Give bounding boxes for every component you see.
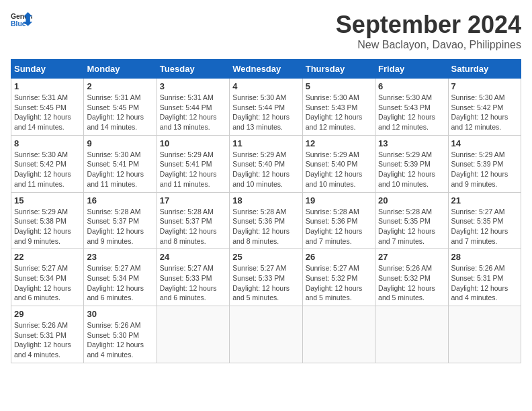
table-row [157, 306, 229, 363]
table-row: 23 Sunrise: 5:27 AM Sunset: 5:34 PM Dayl… [84, 249, 157, 306]
month-title: September 2024 [336, 11, 521, 39]
table-row: 25 Sunrise: 5:27 AM Sunset: 5:33 PM Dayl… [230, 249, 302, 306]
col-tuesday: Tuesday [157, 60, 229, 79]
calendar-row: 29 Sunrise: 5:26 AM Sunset: 5:31 PM Dayl… [11, 306, 521, 363]
day-info: Sunrise: 5:30 AM Sunset: 5:43 PM Dayligh… [378, 93, 445, 132]
table-row: 2 Sunrise: 5:31 AM Sunset: 5:45 PM Dayli… [84, 79, 157, 136]
day-number: 26 [306, 252, 372, 262]
table-row: 4 Sunrise: 5:30 AM Sunset: 5:44 PM Dayli… [230, 79, 302, 136]
day-info: Sunrise: 5:27 AM Sunset: 5:35 PM Dayligh… [451, 207, 518, 246]
day-info: Sunrise: 5:31 AM Sunset: 5:45 PM Dayligh… [14, 93, 81, 132]
title-area: September 2024 New Baclayon, Davao, Phil… [336, 11, 521, 51]
day-info: Sunrise: 5:29 AM Sunset: 5:41 PM Dayligh… [160, 150, 226, 189]
day-number: 15 [14, 195, 81, 205]
table-row: 7 Sunrise: 5:30 AM Sunset: 5:42 PM Dayli… [448, 79, 521, 136]
day-info: Sunrise: 5:27 AM Sunset: 5:33 PM Dayligh… [160, 263, 226, 303]
table-row: 22 Sunrise: 5:27 AM Sunset: 5:34 PM Dayl… [11, 249, 84, 306]
day-number: 1 [14, 81, 81, 91]
page-header: General Blue September 2024 New Baclayon… [11, 11, 521, 51]
col-saturday: Saturday [448, 60, 521, 79]
table-row [375, 306, 448, 363]
day-info: Sunrise: 5:29 AM Sunset: 5:38 PM Dayligh… [14, 207, 81, 246]
day-number: 17 [160, 195, 226, 205]
day-number: 28 [451, 252, 518, 262]
day-info: Sunrise: 5:26 AM Sunset: 5:32 PM Dayligh… [378, 263, 445, 303]
table-row: 12 Sunrise: 5:29 AM Sunset: 5:40 PM Dayl… [302, 135, 375, 192]
table-row: 24 Sunrise: 5:27 AM Sunset: 5:33 PM Dayl… [157, 249, 229, 306]
day-info: Sunrise: 5:30 AM Sunset: 5:44 PM Dayligh… [232, 93, 299, 132]
day-number: 6 [378, 81, 445, 91]
calendar-table: Sunday Monday Tuesday Wednesday Thursday… [11, 59, 521, 363]
day-number: 23 [87, 252, 153, 262]
location: New Baclayon, Davao, Philippines [336, 39, 521, 51]
table-row: 29 Sunrise: 5:26 AM Sunset: 5:31 PM Dayl… [11, 306, 84, 363]
day-number: 3 [160, 81, 226, 91]
day-info: Sunrise: 5:28 AM Sunset: 5:37 PM Dayligh… [87, 207, 153, 246]
day-number: 16 [87, 195, 153, 205]
day-info: Sunrise: 5:31 AM Sunset: 5:44 PM Dayligh… [160, 93, 226, 132]
table-row: 27 Sunrise: 5:26 AM Sunset: 5:32 PM Dayl… [375, 249, 448, 306]
table-row: 30 Sunrise: 5:26 AM Sunset: 5:30 PM Dayl… [84, 306, 157, 363]
svg-text:Blue: Blue [11, 20, 26, 28]
calendar-row: 1 Sunrise: 5:31 AM Sunset: 5:45 PM Dayli… [11, 79, 521, 136]
table-row: 1 Sunrise: 5:31 AM Sunset: 5:45 PM Dayli… [11, 79, 84, 136]
table-row: 5 Sunrise: 5:30 AM Sunset: 5:43 PM Dayli… [302, 79, 375, 136]
day-info: Sunrise: 5:30 AM Sunset: 5:42 PM Dayligh… [451, 93, 518, 132]
calendar-row: 22 Sunrise: 5:27 AM Sunset: 5:34 PM Dayl… [11, 249, 521, 306]
day-number: 19 [306, 195, 372, 205]
table-row: 9 Sunrise: 5:30 AM Sunset: 5:41 PM Dayli… [84, 135, 157, 192]
table-row: 13 Sunrise: 5:29 AM Sunset: 5:39 PM Dayl… [375, 135, 448, 192]
day-info: Sunrise: 5:29 AM Sunset: 5:39 PM Dayligh… [451, 150, 518, 189]
day-info: Sunrise: 5:27 AM Sunset: 5:34 PM Dayligh… [87, 263, 153, 303]
table-row: 19 Sunrise: 5:28 AM Sunset: 5:36 PM Dayl… [302, 192, 375, 249]
table-row: 6 Sunrise: 5:30 AM Sunset: 5:43 PM Dayli… [375, 79, 448, 136]
day-info: Sunrise: 5:28 AM Sunset: 5:35 PM Dayligh… [378, 207, 445, 246]
table-row [448, 306, 521, 363]
day-info: Sunrise: 5:31 AM Sunset: 5:45 PM Dayligh… [87, 93, 153, 132]
day-info: Sunrise: 5:27 AM Sunset: 5:34 PM Dayligh… [14, 263, 81, 303]
table-row: 28 Sunrise: 5:26 AM Sunset: 5:31 PM Dayl… [448, 249, 521, 306]
day-info: Sunrise: 5:28 AM Sunset: 5:36 PM Dayligh… [306, 207, 372, 246]
day-number: 22 [14, 252, 81, 262]
day-number: 12 [306, 138, 372, 148]
col-monday: Monday [84, 60, 157, 79]
day-info: Sunrise: 5:28 AM Sunset: 5:36 PM Dayligh… [232, 207, 299, 246]
table-row: 10 Sunrise: 5:29 AM Sunset: 5:41 PM Dayl… [157, 135, 229, 192]
day-number: 11 [232, 138, 299, 148]
table-row: 16 Sunrise: 5:28 AM Sunset: 5:37 PM Dayl… [84, 192, 157, 249]
day-number: 20 [378, 195, 445, 205]
table-row [302, 306, 375, 363]
day-info: Sunrise: 5:30 AM Sunset: 5:42 PM Dayligh… [14, 150, 81, 189]
day-info: Sunrise: 5:26 AM Sunset: 5:31 PM Dayligh… [14, 320, 81, 360]
table-row: 20 Sunrise: 5:28 AM Sunset: 5:35 PM Dayl… [375, 192, 448, 249]
table-row: 15 Sunrise: 5:29 AM Sunset: 5:38 PM Dayl… [11, 192, 84, 249]
table-row: 8 Sunrise: 5:30 AM Sunset: 5:42 PM Dayli… [11, 135, 84, 192]
table-row: 14 Sunrise: 5:29 AM Sunset: 5:39 PM Dayl… [448, 135, 521, 192]
day-info: Sunrise: 5:27 AM Sunset: 5:32 PM Dayligh… [306, 263, 372, 303]
table-row: 26 Sunrise: 5:27 AM Sunset: 5:32 PM Dayl… [302, 249, 375, 306]
day-number: 5 [306, 81, 372, 91]
day-info: Sunrise: 5:26 AM Sunset: 5:31 PM Dayligh… [451, 263, 518, 303]
day-number: 8 [14, 138, 81, 148]
day-info: Sunrise: 5:29 AM Sunset: 5:39 PM Dayligh… [378, 150, 445, 189]
day-number: 7 [451, 81, 518, 91]
col-friday: Friday [375, 60, 448, 79]
day-info: Sunrise: 5:29 AM Sunset: 5:40 PM Dayligh… [232, 150, 299, 189]
day-info: Sunrise: 5:26 AM Sunset: 5:30 PM Dayligh… [87, 320, 153, 360]
day-number: 9 [87, 138, 153, 148]
day-number: 18 [232, 195, 299, 205]
day-number: 13 [378, 138, 445, 148]
day-number: 21 [451, 195, 518, 205]
day-number: 10 [160, 138, 226, 148]
day-number: 27 [378, 252, 445, 262]
col-wednesday: Wednesday [230, 60, 302, 79]
day-info: Sunrise: 5:29 AM Sunset: 5:40 PM Dayligh… [306, 150, 372, 189]
col-sunday: Sunday [11, 60, 84, 79]
table-row: 11 Sunrise: 5:29 AM Sunset: 5:40 PM Dayl… [230, 135, 302, 192]
day-number: 29 [14, 309, 81, 319]
day-info: Sunrise: 5:30 AM Sunset: 5:41 PM Dayligh… [87, 150, 153, 189]
day-number: 4 [232, 81, 299, 91]
table-row [230, 306, 302, 363]
logo-icon: General Blue [11, 11, 32, 30]
calendar-row: 15 Sunrise: 5:29 AM Sunset: 5:38 PM Dayl… [11, 192, 521, 249]
